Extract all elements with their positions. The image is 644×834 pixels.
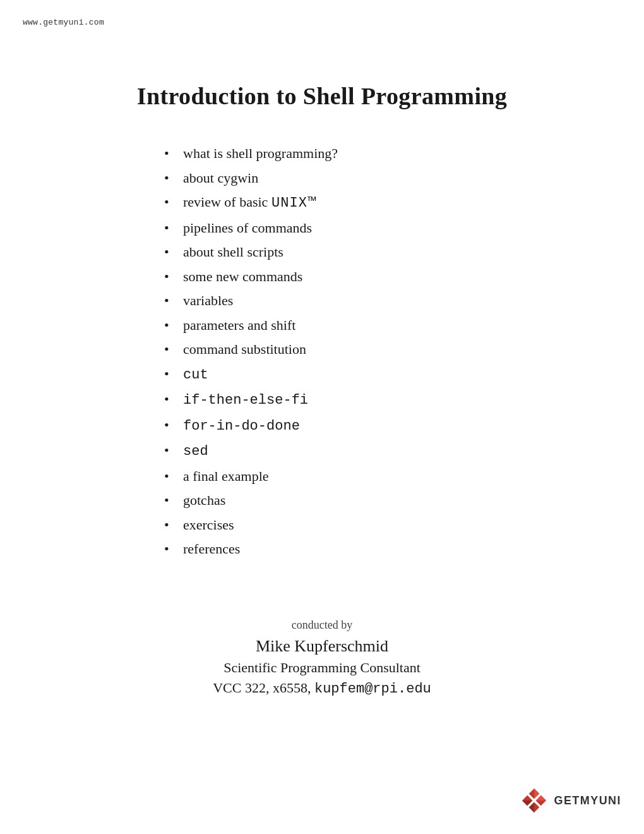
- list-item: some new commands: [164, 265, 644, 289]
- contact-plain: VCC 322, x6558,: [213, 680, 314, 696]
- presenter-name: Mike Kupferschmid: [51, 637, 593, 656]
- contact-email: kupfem@rpi.edu: [314, 681, 431, 697]
- mono-item: for-in-do-done: [183, 418, 300, 434]
- list-item: cut: [164, 362, 644, 388]
- mono-item: cut: [183, 367, 208, 383]
- list-item: command substitution: [164, 337, 644, 362]
- presenter-title: Scientific Programming Consultant: [51, 660, 593, 676]
- conducted-by-label: conducted by: [51, 619, 593, 632]
- list-item: about cygwin: [164, 166, 644, 191]
- list-item: about shell scripts: [164, 240, 644, 265]
- logo-area: GETMYUNI: [521, 787, 621, 814]
- mono-item: sed: [183, 444, 208, 459]
- list-item: review of basic UNIX™: [164, 190, 644, 216]
- list-item: for-in-do-done: [164, 413, 644, 439]
- page-title: Introduction to Shell Programming: [137, 82, 507, 110]
- list-item: parameters and shift: [164, 313, 644, 338]
- list-item: variables: [164, 289, 644, 313]
- list-item: references: [164, 537, 644, 562]
- getmyuni-logo-icon: [521, 787, 547, 814]
- list-item: sed: [164, 438, 644, 464]
- topic-list: what is shell programming? about cygwin …: [101, 142, 644, 562]
- list-item: pipelines of commands: [164, 216, 644, 241]
- watermark-text: www.getmyuni.com: [23, 18, 104, 27]
- list-item: exercises: [164, 513, 644, 538]
- list-item: a final example: [164, 464, 644, 489]
- mono-item: if-then-else-fi: [183, 392, 308, 408]
- list-item: if-then-else-fi: [164, 387, 644, 413]
- presenter-contact: VCC 322, x6558, kupfem@rpi.edu: [51, 680, 593, 697]
- list-item: gotchas: [164, 488, 644, 513]
- footer-section: conducted by Mike Kupferschmid Scientifi…: [51, 619, 593, 697]
- list-item: what is shell programming?: [164, 142, 644, 166]
- unix-label: UNIX™: [271, 195, 317, 211]
- logo-text: GETMYUNI: [554, 794, 621, 807]
